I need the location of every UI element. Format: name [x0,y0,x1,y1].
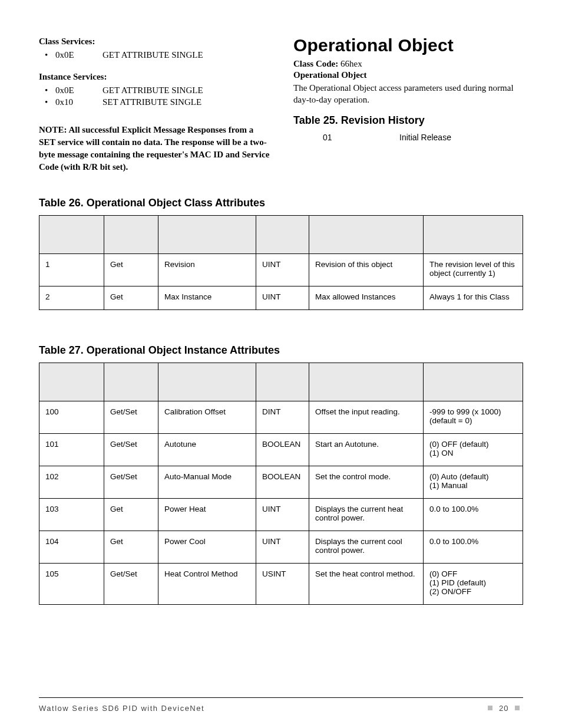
service-name: GET ATTRIBUTE SINGLE [103,50,203,60]
note-text: NOTE: All successful Explicit Message Re… [39,124,272,173]
table-header [256,363,309,401]
table-cell: 104 [39,531,104,564]
table-cell: 0.0 to 100.0% [424,499,523,531]
table-cell: BOOLEAN [256,466,309,499]
table-header [424,363,523,401]
section-heading: Operational Object [293,35,523,55]
table-row: 103GetPower HeatUINTDisplays the current… [39,499,523,531]
table-cell: UINT [256,254,309,286]
revision-number: 01 [323,133,399,142]
table-cell: Displays the current cool control power. [309,531,424,564]
table-header [104,216,158,254]
table-cell: Heat Control Method [158,564,256,605]
table-row: 2GetMax InstanceUINTMax allowed Instance… [39,286,523,310]
table-header [39,216,104,254]
table-header [158,363,256,401]
table-cell: (0) Auto (default) (1) Manual [424,466,523,499]
table-cell: Set the control mode. [309,466,424,499]
table-header [104,363,158,401]
page-footer: Watlow Series SD6 PID with DeviceNet 20 [39,697,523,713]
table-cell: Always 1 for this Class [424,286,523,310]
table-row: 1GetRevisionUINTRevision of this objectT… [39,254,523,286]
revision-desc: Initial Release [399,133,451,142]
class-services-list: • 0x0E GET ATTRIBUTE SINGLE [39,50,272,60]
service-name: GET ATTRIBUTE SINGLE [103,85,203,95]
table-cell: Get/Set [104,466,158,499]
table27-title: Table 27. Operational Object Instance At… [39,344,523,357]
table-row: 102Get/SetAuto-Manual ModeBOOLEANSet the… [39,466,523,499]
table-cell: UINT [256,499,309,531]
table-cell: -999 to 999 (x 1000) (default = 0) [424,401,523,434]
square-icon [515,706,520,710]
table-row: 105Get/SetHeat Control MethodUSINTSet th… [39,564,523,605]
service-code: 0x0E [55,50,103,60]
table-cell: Offset the input reading. [309,401,424,434]
table-cell: 2 [39,286,104,310]
class-code-line: Class Code: 66hex [293,59,523,69]
table-cell: BOOLEAN [256,434,309,466]
footer-right: 20 [484,704,523,713]
table-cell: 1 [39,254,104,286]
table-header [309,216,424,254]
table-cell: Get/Set [104,401,158,434]
table-cell: Get/Set [104,434,158,466]
table-cell: 105 [39,564,104,605]
table27: 100Get/SetCalibration OffsetDINTOffset t… [39,363,523,605]
table-header-row [39,216,523,254]
table-cell: 101 [39,434,104,466]
table-header [39,363,104,401]
table-cell: Calibration Offset [158,401,256,434]
table-cell: Max Instance [158,286,256,310]
table-header [256,216,309,254]
table-cell: Set the heat control method. [309,564,424,605]
table25-title: Table 25. Revision History [293,114,523,127]
table-cell: Autotune [158,434,256,466]
table-cell: Get [104,531,158,564]
table-cell: 0.0 to 100.0% [424,531,523,564]
table-cell: DINT [256,401,309,434]
table-cell: Power Cool [158,531,256,564]
table-cell: The revision level of this object (curre… [424,254,523,286]
table-cell: UINT [256,286,309,310]
subheading: Operational Object [293,70,523,80]
table-cell: (0) OFF (default) (1) ON [424,434,523,466]
table-header [424,216,523,254]
class-code-label: Class Code: [293,59,338,68]
table-row: 100Get/SetCalibration OffsetDINTOffset t… [39,401,523,434]
table-header [309,363,424,401]
table-cell: 103 [39,499,104,531]
table26-title: Table 26. Operational Object Class Attri… [39,197,523,209]
instance-services-list: • 0x0E GET ATTRIBUTE SINGLE • 0x10 SET A… [39,85,272,107]
description-text: The Operational Object access parameters… [293,82,523,106]
page-number: 20 [499,704,508,713]
table-cell: Revision of this object [309,254,424,286]
table-cell: Get [104,499,158,531]
table-header [158,216,256,254]
table-cell: Get [104,286,158,310]
service-code: 0x10 [55,97,103,107]
table-cell: Displays the current heat control power. [309,499,424,531]
table-cell: Get/Set [104,564,158,605]
square-icon [488,706,492,710]
class-services-label: Class Services: [39,35,272,48]
table-cell: 100 [39,401,104,434]
table-cell: Auto-Manual Mode [158,466,256,499]
list-item: • 0x10 SET ATTRIBUTE SINGLE [39,97,272,107]
bullet-icon: • [45,97,55,107]
table-cell: Max allowed Instances [309,286,424,310]
table-cell: Get [104,254,158,286]
footer-left-text: Watlow Series SD6 PID with DeviceNet [39,704,204,713]
table-cell: Start an Autotune. [309,434,424,466]
list-item: • 0x0E GET ATTRIBUTE SINGLE [39,50,272,60]
table-cell: Power Heat [158,499,256,531]
table-cell: 102 [39,466,104,499]
table26: 1GetRevisionUINTRevision of this objectT… [39,215,523,310]
instance-services-label: Instance Services: [39,71,272,83]
table-header-row [39,363,523,401]
table-cell: (0) OFF (1) PID (default) (2) ON/OFF [424,564,523,605]
table-cell: USINT [256,564,309,605]
revision-row: 01 Initial Release [293,133,523,142]
list-item: • 0x0E GET ATTRIBUTE SINGLE [39,85,272,95]
service-name: SET ATTRIBUTE SINGLE [103,97,201,107]
table-cell: Revision [158,254,256,286]
